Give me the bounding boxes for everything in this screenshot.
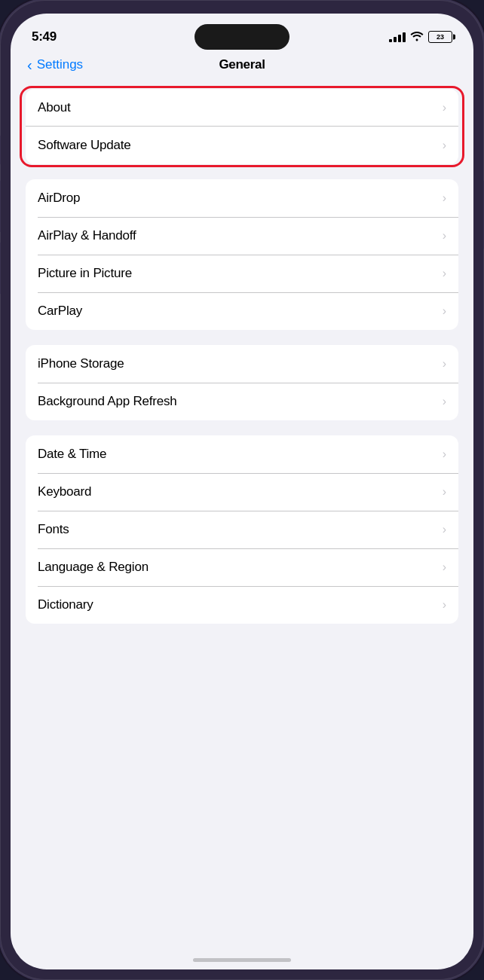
page-title: General xyxy=(219,57,265,72)
signal-bar-4 xyxy=(403,32,406,42)
settings-group-1: About › Software Update › xyxy=(26,89,458,164)
carplay-chevron-icon: › xyxy=(443,304,446,318)
volume-up-button xyxy=(0,181,1,232)
keyboard-label: Keyboard xyxy=(38,484,91,499)
settings-row-about[interactable]: About › xyxy=(26,89,458,127)
picture-in-picture-chevron-icon: › xyxy=(443,267,446,280)
nav-bar: ‹ Settings General xyxy=(11,54,473,80)
fonts-chevron-icon: › xyxy=(443,523,446,536)
volume-down-button xyxy=(0,243,1,294)
background-app-refresh-chevron-icon: › xyxy=(443,395,446,408)
software-update-label: Software Update xyxy=(38,138,131,153)
signal-bar-1 xyxy=(389,39,392,42)
settings-group-4: Date & Time › Keyboard › Fonts › Languag… xyxy=(26,435,458,624)
about-chevron-icon: › xyxy=(443,101,446,114)
status-time: 5:49 xyxy=(32,29,57,44)
home-indicator xyxy=(193,958,291,962)
silent-switch xyxy=(0,136,1,164)
back-button[interactable]: ‹ Settings xyxy=(27,56,83,74)
settings-row-picture-in-picture[interactable]: Picture in Picture › xyxy=(26,255,458,292)
signal-bar-3 xyxy=(398,35,401,42)
settings-row-software-update[interactable]: Software Update › xyxy=(26,127,458,164)
settings-row-date-time[interactable]: Date & Time › xyxy=(26,435,458,473)
airplay-handoff-label: AirPlay & Handoff xyxy=(38,228,136,243)
picture-in-picture-label: Picture in Picture xyxy=(38,266,132,281)
date-time-chevron-icon: › xyxy=(443,447,446,461)
signal-bars-icon xyxy=(389,32,406,42)
language-region-label: Language & Region xyxy=(38,560,149,575)
back-button-label: Settings xyxy=(37,57,83,72)
date-time-label: Date & Time xyxy=(38,447,106,462)
language-region-chevron-icon: › xyxy=(443,560,446,574)
iphone-storage-label: iPhone Storage xyxy=(38,356,124,371)
settings-row-airdrop[interactable]: AirDrop › xyxy=(26,179,458,217)
settings-row-airplay-handoff[interactable]: AirPlay & Handoff › xyxy=(26,217,458,255)
settings-row-iphone-storage[interactable]: iPhone Storage › xyxy=(26,345,458,383)
dictionary-chevron-icon: › xyxy=(443,598,446,612)
airdrop-chevron-icon: › xyxy=(443,191,446,205)
software-update-chevron-icon: › xyxy=(443,139,446,152)
carplay-label: CarPlay xyxy=(38,304,82,319)
settings-row-dictionary[interactable]: Dictionary › xyxy=(26,586,458,624)
settings-group-2: AirDrop › AirPlay & Handoff › Picture in… xyxy=(26,179,458,330)
signal-bar-2 xyxy=(394,37,397,42)
iphone-storage-chevron-icon: › xyxy=(443,357,446,371)
settings-row-fonts[interactable]: Fonts › xyxy=(26,511,458,548)
airdrop-label: AirDrop xyxy=(38,191,80,206)
dictionary-label: Dictionary xyxy=(38,597,93,612)
back-chevron-icon: ‹ xyxy=(27,56,32,74)
airplay-handoff-chevron-icon: › xyxy=(443,229,446,243)
status-icons: 23 xyxy=(389,31,452,44)
dynamic-island xyxy=(195,24,289,50)
phone-screen: 5:49 2 xyxy=(11,14,473,969)
settings-row-background-app-refresh[interactable]: Background App Refresh › xyxy=(26,383,458,420)
keyboard-chevron-icon: › xyxy=(443,485,446,499)
settings-content: About › Software Update › AirDrop › xyxy=(11,80,473,654)
phone-frame: 5:49 2 xyxy=(0,0,484,980)
battery-icon: 23 xyxy=(428,31,452,43)
fonts-label: Fonts xyxy=(38,522,69,537)
background-app-refresh-label: Background App Refresh xyxy=(38,394,177,409)
settings-row-carplay[interactable]: CarPlay › xyxy=(26,292,458,330)
settings-row-keyboard[interactable]: Keyboard › xyxy=(26,473,458,511)
settings-group-3: iPhone Storage › Background App Refresh … xyxy=(26,345,458,420)
settings-row-language-region[interactable]: Language & Region › xyxy=(26,548,458,586)
wifi-icon xyxy=(410,31,424,44)
about-label: About xyxy=(38,100,70,115)
